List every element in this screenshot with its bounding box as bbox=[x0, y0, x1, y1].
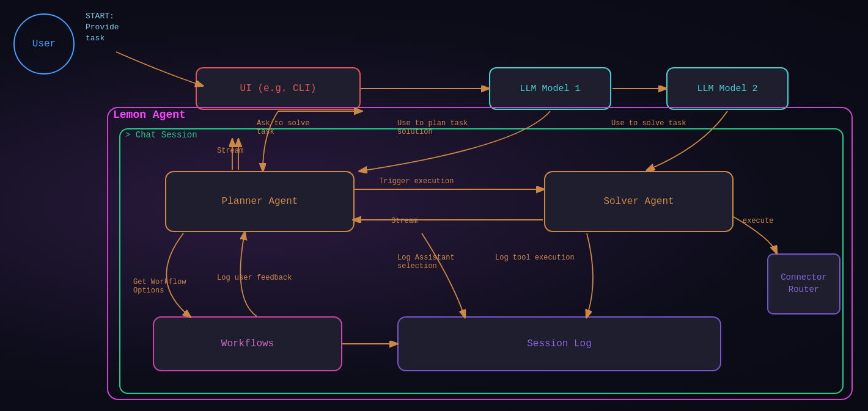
user-node: User bbox=[13, 13, 75, 75]
diagram-container: User START: Provide task UI (e.g. CLI) L… bbox=[0, 0, 868, 411]
get-workflow-label: Get WorkflowOptions bbox=[133, 278, 186, 295]
planner-label: Planner Agent bbox=[222, 196, 298, 207]
start-annotation: START: Provide task bbox=[86, 11, 119, 45]
llm1-box: LLM Model 1 bbox=[489, 67, 611, 110]
start-line2: Provide bbox=[86, 23, 119, 32]
stream2-label: Stream bbox=[391, 217, 417, 225]
trigger-label: Trigger execution bbox=[379, 177, 454, 186]
lemon-agent-label: Lemon Agent bbox=[113, 109, 186, 121]
stream-label: Stream bbox=[217, 147, 243, 155]
start-line3: task bbox=[86, 34, 105, 43]
session-log-box: Session Log bbox=[397, 316, 721, 371]
use-to-solve-label: Use to solve task bbox=[611, 119, 686, 128]
llm2-box: LLM Model 2 bbox=[666, 67, 789, 110]
connector-router-box: ConnectorRouter bbox=[767, 253, 840, 315]
start-line1: START: bbox=[86, 12, 114, 21]
user-label: User bbox=[32, 38, 56, 49]
log-tool-label: Log tool execution bbox=[495, 253, 575, 262]
log-assistant-label: Log Assistantselection bbox=[397, 253, 455, 271]
ui-label: UI (e.g. CLI) bbox=[240, 83, 317, 94]
workflows-box: Workflows bbox=[153, 316, 342, 371]
connector-label: ConnectorRouter bbox=[781, 272, 827, 296]
use-to-plan-label: Use to plan tasksolution bbox=[397, 119, 468, 136]
chat-session-label: > Chat Session bbox=[125, 130, 197, 140]
execute-label: execute bbox=[743, 217, 773, 225]
ask-to-solve-label: Ask to solvetask bbox=[257, 119, 309, 136]
log-user-feedback-label: Log user feedback bbox=[217, 274, 292, 282]
session-log-label: Session Log bbox=[527, 338, 592, 349]
llm2-label: LLM Model 2 bbox=[697, 84, 757, 94]
ui-box: UI (e.g. CLI) bbox=[196, 67, 361, 110]
solver-label: Solver Agent bbox=[603, 196, 674, 207]
workflows-label: Workflows bbox=[221, 338, 274, 349]
planner-agent-box: Planner Agent bbox=[165, 171, 355, 232]
llm1-label: LLM Model 1 bbox=[520, 84, 580, 94]
solver-agent-box: Solver Agent bbox=[544, 171, 734, 232]
